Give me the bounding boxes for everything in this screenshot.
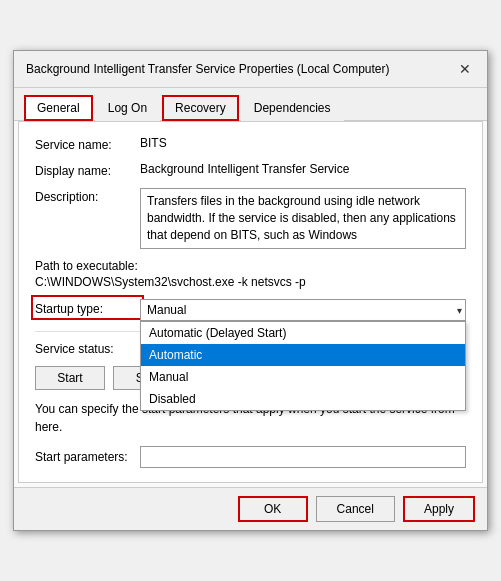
apply-button[interactable]: Apply xyxy=(403,496,475,522)
tab-bar: General Log On Recovery Dependencies xyxy=(14,88,487,121)
tab-logon[interactable]: Log On xyxy=(95,95,160,121)
display-name-value: Background Intelligent Transfer Service xyxy=(140,162,349,176)
dropdown-option-manual[interactable]: Manual xyxy=(141,366,465,388)
description-label: Description: xyxy=(35,188,140,204)
service-status-label: Service status: xyxy=(35,342,140,356)
cancel-button[interactable]: Cancel xyxy=(316,496,395,522)
tab-dependencies[interactable]: Dependencies xyxy=(241,95,344,121)
startup-type-popup: Automatic (Delayed Start) Automatic Manu… xyxy=(140,321,466,411)
service-name-value: BITS xyxy=(140,136,167,150)
dropdown-option-automatic-delayed[interactable]: Automatic (Delayed Start) xyxy=(141,322,465,344)
ok-button[interactable]: OK xyxy=(238,496,308,522)
close-button[interactable]: ✕ xyxy=(455,59,475,79)
description-value: Transfers files in the background using … xyxy=(140,188,466,248)
start-params-label: Start parameters: xyxy=(35,450,140,464)
dialog-window: Background Intelligent Transfer Service … xyxy=(13,50,488,530)
path-value: C:\WINDOWS\System32\svchost.exe -k netsv… xyxy=(35,275,466,289)
tab-recovery[interactable]: Recovery xyxy=(162,95,239,121)
dropdown-option-automatic[interactable]: Automatic xyxy=(141,344,465,366)
tab-general[interactable]: General xyxy=(24,95,93,121)
path-label: Path to executable: xyxy=(35,259,466,273)
tab-content: Service name: BITS Display name: Backgro… xyxy=(18,121,483,482)
title-bar: Background Intelligent Transfer Service … xyxy=(14,51,487,88)
dialog-footer: OK Cancel Apply xyxy=(14,487,487,530)
dropdown-option-disabled[interactable]: Disabled xyxy=(141,388,465,410)
description-row: Description: Transfers files in the back… xyxy=(35,188,466,248)
dialog-title: Background Intelligent Transfer Service … xyxy=(26,62,390,76)
display-name-label: Display name: xyxy=(35,162,140,178)
path-section: Path to executable: C:\WINDOWS\System32\… xyxy=(35,259,466,289)
startup-type-select[interactable]: Manual xyxy=(140,299,466,321)
startup-type-dropdown-container: Manual ▾ Automatic (Delayed Start) Autom… xyxy=(140,299,466,321)
start-button[interactable]: Start xyxy=(35,366,105,390)
startup-type-label: Startup type: xyxy=(35,299,140,316)
start-params-row: Start parameters: xyxy=(35,446,466,468)
startup-type-row: Startup type: Manual ▾ Automatic (Delaye… xyxy=(35,299,466,321)
service-name-row: Service name: BITS xyxy=(35,136,466,152)
start-params-input[interactable] xyxy=(140,446,466,468)
display-name-row: Display name: Background Intelligent Tra… xyxy=(35,162,466,178)
service-name-label: Service name: xyxy=(35,136,140,152)
